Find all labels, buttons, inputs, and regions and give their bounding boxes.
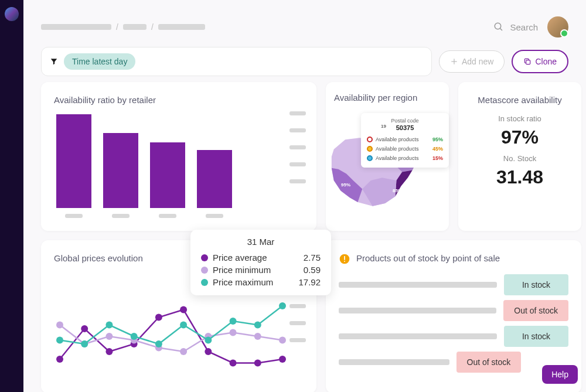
add-new-button[interactable]: Add new xyxy=(439,50,505,73)
card-global-prices: Global prices evolution 31 Mar Price ave… xyxy=(41,240,316,392)
list-item: In stock xyxy=(339,326,568,347)
svg-point-5 xyxy=(56,356,63,363)
topbar: / / Search xyxy=(23,0,586,43)
avatar[interactable] xyxy=(547,16,568,38)
card-title: Availability ratio by retailer xyxy=(54,95,304,105)
warning-icon xyxy=(339,253,350,265)
card-title: Metascore availability xyxy=(471,95,568,105)
main-content: / / Search Time latest day Add new Clone… xyxy=(23,0,586,392)
copy-icon xyxy=(523,57,532,66)
filter-bar: Time latest day Add new Clone xyxy=(23,43,586,82)
svg-point-25 xyxy=(56,337,63,344)
logo-icon xyxy=(5,7,19,21)
bar[interactable] xyxy=(150,142,185,208)
breadcrumb-sep: / xyxy=(151,22,154,32)
svg-point-12 xyxy=(230,360,237,367)
svg-point-7 xyxy=(105,348,113,355)
svg-point-31 xyxy=(205,337,212,344)
svg-point-33 xyxy=(254,322,261,329)
breadcrumb: / / xyxy=(41,22,484,32)
in-stock-ratio-label: In stock ratio xyxy=(471,114,568,123)
bar[interactable] xyxy=(197,150,232,208)
y-axis-scale xyxy=(289,111,306,183)
svg-point-32 xyxy=(230,318,237,325)
filter-icon[interactable] xyxy=(50,57,58,66)
card-title: Products out of stock by point of sale xyxy=(339,253,568,265)
plus-icon xyxy=(450,57,458,66)
svg-point-26 xyxy=(81,340,88,347)
svg-line-1 xyxy=(500,28,503,30)
svg-point-20 xyxy=(180,348,187,355)
card-availability-ratio: Availability ratio by retailer xyxy=(41,82,316,231)
line-chart-svg xyxy=(54,292,288,380)
line-chart[interactable] xyxy=(54,292,304,380)
svg-point-34 xyxy=(279,302,286,309)
bar[interactable] xyxy=(103,133,138,208)
card-title: Availability per region xyxy=(334,93,441,103)
bar[interactable] xyxy=(56,114,91,208)
breadcrumb-segment xyxy=(123,24,146,30)
sidebar xyxy=(0,0,23,392)
card-metascore: Metascore availability In stock ratio 97… xyxy=(458,82,581,231)
status-badge: In stock xyxy=(504,326,568,347)
card-availability-region: Availability per region Postal code 5037… xyxy=(326,82,449,231)
svg-point-29 xyxy=(155,340,162,347)
svg-rect-4 xyxy=(526,60,530,64)
no-stock-value: 31.48 xyxy=(471,166,568,188)
svg-point-28 xyxy=(131,333,138,340)
filter-chip-time[interactable]: Time latest day xyxy=(64,53,135,70)
svg-point-17 xyxy=(105,333,113,340)
svg-point-22 xyxy=(230,329,237,336)
search-placeholder: Search xyxy=(510,22,538,32)
svg-point-11 xyxy=(205,348,212,355)
status-badge: Out of stock xyxy=(456,352,522,373)
breadcrumb-segment xyxy=(158,24,205,30)
bar-chart xyxy=(54,114,304,208)
search-input[interactable]: Search xyxy=(493,22,538,32)
svg-point-23 xyxy=(254,333,261,340)
svg-point-6 xyxy=(81,325,88,332)
svg-point-30 xyxy=(180,322,187,329)
clone-button[interactable]: Clone xyxy=(512,50,568,73)
filter-box: Time latest day xyxy=(41,47,432,76)
status-badge: Out of stock xyxy=(503,300,568,321)
breadcrumb-sep: / xyxy=(116,22,118,32)
svg-point-10 xyxy=(180,306,187,313)
svg-point-24 xyxy=(279,337,286,344)
search-icon xyxy=(493,22,504,32)
in-stock-ratio-value: 97% xyxy=(471,127,568,148)
prices-tooltip: 31 Mar Price average2.75 Price minimum0.… xyxy=(190,230,331,295)
svg-point-9 xyxy=(155,314,162,321)
map-tooltip: Postal code 50375 Available products 95%… xyxy=(361,113,449,168)
list-item: Out of stock xyxy=(339,352,568,373)
status-badge: In stock xyxy=(504,274,568,295)
list-item: In stock xyxy=(339,274,568,295)
map[interactable]: Postal code 50375 Available products 95%… xyxy=(334,112,441,217)
help-button[interactable]: Help xyxy=(542,365,578,384)
list-item: Out of stock xyxy=(339,300,568,321)
svg-point-0 xyxy=(495,23,502,29)
svg-point-13 xyxy=(254,360,261,367)
svg-point-14 xyxy=(279,356,286,363)
svg-rect-36 xyxy=(344,256,345,260)
svg-point-27 xyxy=(105,322,113,329)
svg-rect-37 xyxy=(344,261,345,262)
svg-point-15 xyxy=(56,322,63,329)
no-stock-label: No. Stock xyxy=(471,154,568,163)
breadcrumb-segment xyxy=(41,24,111,30)
